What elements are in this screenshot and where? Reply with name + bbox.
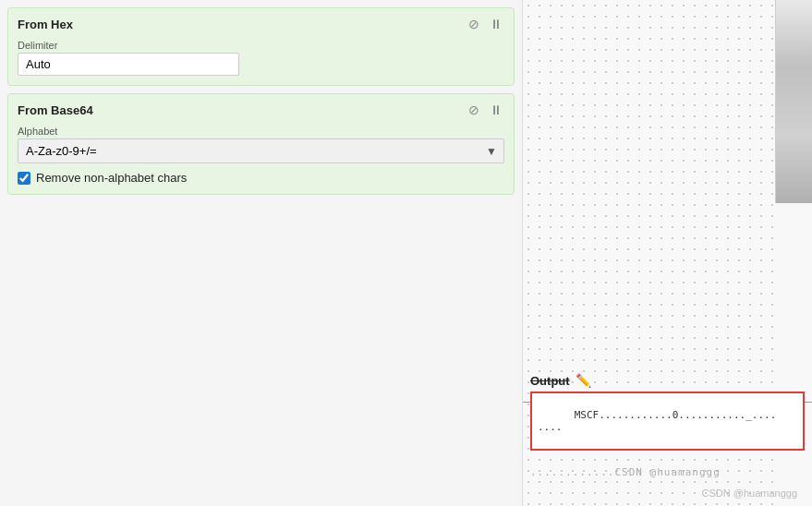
right-panel: Output ✏️ MSCF............0..........._.… xyxy=(522,0,812,506)
remove-nonalpha-label[interactable]: Remove non-alphabet chars xyxy=(36,171,187,185)
from-hex-header: From Hex ⊘ ⏸ xyxy=(18,16,504,32)
from-base64-title: From Base64 xyxy=(18,103,93,117)
from-base64-icons: ⊘ ⏸ xyxy=(466,102,504,118)
remove-nonalpha-row: Remove non-alphabet chars xyxy=(18,171,504,185)
output-label: Output xyxy=(530,374,570,388)
dotted-text: ............CSDN @huamanggg xyxy=(530,466,721,478)
disable-icon: ⊘ xyxy=(468,17,479,31)
from-base64-disable-button[interactable]: ⊘ xyxy=(466,102,482,118)
alphabet-field-group: Alphabet A-Za-z0-9+/= ▼ xyxy=(18,126,504,163)
from-hex-pause-button[interactable]: ⏸ xyxy=(488,16,504,32)
from-hex-card: From Hex ⊘ ⏸ Delimiter xyxy=(7,7,515,86)
disable-icon-2: ⊘ xyxy=(468,102,479,117)
from-hex-icons: ⊘ ⏸ xyxy=(466,16,504,32)
edit-icon[interactable]: ✏️ xyxy=(576,373,591,388)
output-section: Output ✏️ MSCF............0..........._.… xyxy=(523,373,812,451)
from-base64-pause-button[interactable]: ⏸ xyxy=(488,102,504,118)
remove-nonalpha-checkbox[interactable] xyxy=(18,172,30,185)
from-hex-title: From Hex xyxy=(18,18,73,31)
pause-icon-2: ⏸ xyxy=(490,102,503,117)
alphabet-label: Alphabet xyxy=(18,126,504,137)
delimiter-label: Delimiter xyxy=(18,40,504,51)
from-base64-header: From Base64 ⊘ ⏸ xyxy=(18,102,504,118)
from-hex-disable-button[interactable]: ⊘ xyxy=(466,16,482,32)
alphabet-select[interactable]: A-Za-z0-9+/= xyxy=(18,139,504,163)
image-strip xyxy=(775,0,812,203)
delimiter-field-group: Delimiter xyxy=(18,40,504,76)
bottom-dotted-row: ............CSDN @huamanggg xyxy=(523,464,812,480)
delimiter-input[interactable] xyxy=(18,53,239,76)
left-panel: From Hex ⊘ ⏸ Delimiter From Base64 ⊘ xyxy=(0,0,522,506)
alphabet-select-wrapper: A-Za-z0-9+/= ▼ xyxy=(18,139,504,163)
output-header: Output ✏️ xyxy=(530,373,805,388)
from-base64-card: From Base64 ⊘ ⏸ Alphabet A-Za-z0-9+/= ▼ … xyxy=(7,93,515,195)
empty-area xyxy=(7,202,515,499)
watermark: CSDN @huamanggg xyxy=(702,488,798,499)
output-box: MSCF............0..........._.... .... xyxy=(530,392,805,451)
output-content: MSCF............0..........._.... .... xyxy=(538,409,776,433)
pause-icon: ⏸ xyxy=(490,17,503,31)
